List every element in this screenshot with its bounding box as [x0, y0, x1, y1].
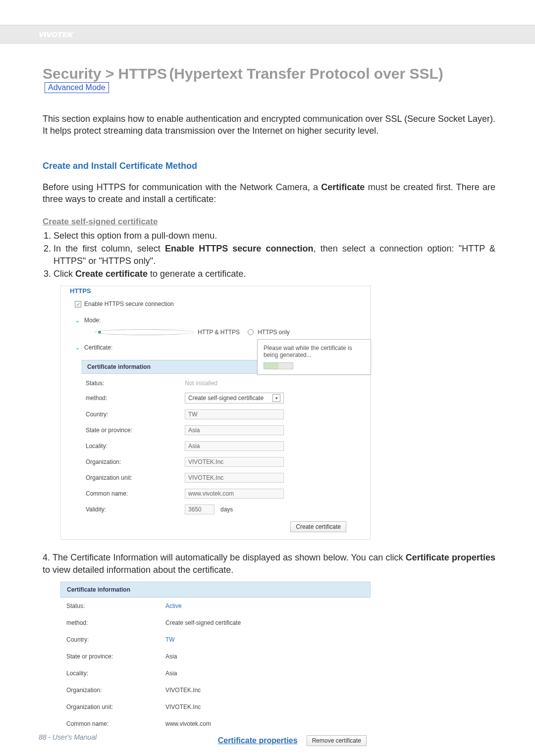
text-bold: Create certificate: [75, 269, 148, 279]
validity-unit: days: [220, 506, 233, 513]
https-panel: HTTPS ✓ Enable HTTPS secure connection ⌄…: [60, 286, 371, 540]
chevron-down-icon[interactable]: ⌄: [75, 316, 80, 324]
popup-text: Please wait while the certificate is bei…: [264, 345, 365, 358]
chevron-down-icon[interactable]: ⌄: [75, 344, 80, 351]
label: Organization unit:: [66, 704, 165, 710]
validity-input[interactable]: 3650: [185, 504, 214, 514]
steps-list: Select this option from a pull-down menu…: [43, 230, 495, 280]
row-status: Status: Not installed: [82, 377, 359, 390]
country-input[interactable]: TW: [185, 409, 284, 419]
label: Validity:: [86, 506, 185, 513]
text: In the first column, select: [54, 244, 165, 253]
advanced-mode-badge: Advanced Mode: [45, 82, 109, 93]
state-value: Asia: [165, 653, 177, 660]
country-value: TW: [165, 636, 175, 643]
page-title-sub: (Hypertext Transfer Protocol over SSL): [169, 65, 443, 82]
page-footer: 88 - User's Manual: [39, 733, 97, 741]
step-1: Select this option from a pull-down menu…: [54, 230, 495, 242]
label: Organization:: [86, 458, 185, 465]
label: method:: [66, 619, 165, 626]
radio-https-only-label: HTTPS only: [258, 329, 290, 336]
row-method: method: Create self-signed certificate: [60, 614, 371, 631]
radio-https-only[interactable]: [248, 329, 254, 335]
text: to generate a certificate.: [148, 269, 246, 279]
row-locality: Locality: Asia: [82, 438, 359, 454]
mode-label: Mode:: [84, 317, 101, 324]
cert-info-header: Certificate information: [60, 582, 371, 598]
brand-logo: VIVOTEK: [39, 30, 73, 39]
method-value: Create self-signed certificate: [165, 619, 241, 626]
top-margin: [0, 0, 535, 25]
state-input[interactable]: Asia: [185, 425, 284, 435]
mode-options: HTTP & HTTPS HTTPS only: [95, 329, 361, 336]
text: to view detailed information about the c…: [43, 565, 233, 575]
label: Locality:: [86, 443, 185, 450]
intro-paragraph: This section explains how to enable auth…: [43, 113, 495, 137]
create-certificate-button[interactable]: Create certificate: [290, 521, 346, 532]
text: Click: [54, 269, 75, 279]
text: Before using HTTPS for communication wit…: [43, 182, 321, 192]
progress-bar: [264, 362, 293, 369]
commonname-input[interactable]: www.vivotek.com: [185, 489, 284, 499]
certificate-properties-link[interactable]: Certificate properties: [218, 736, 298, 745]
label: Common name:: [86, 490, 185, 497]
label: Organization:: [66, 687, 165, 694]
locality-value: Asia: [165, 670, 177, 677]
label: method:: [86, 395, 185, 402]
before-paragraph: Before using HTTPS for communication wit…: [43, 181, 495, 205]
header-band: VIVOTEK: [0, 25, 535, 44]
orgunit-value: VIVOTEK.Inc: [165, 704, 201, 710]
row-orgunit: Organization unit: VIVOTEK.Inc: [82, 470, 359, 486]
method-select-value: Create self-signed certificate: [188, 395, 264, 402]
orgunit-input[interactable]: VIVOTEK.Inc: [185, 473, 284, 483]
organization-value: VIVOTEK.Inc: [165, 687, 201, 694]
remove-certificate-button[interactable]: Remove certificate: [307, 735, 367, 746]
step-2: In the first column, select Enable HTTPS…: [54, 243, 495, 267]
row-locality: Locality: Asia: [60, 665, 371, 682]
row-status: Status: Active: [60, 598, 371, 614]
row-orgunit: Organization unit: VIVOTEK.Inc: [60, 699, 371, 715]
text-bold: Certificate properties: [406, 553, 495, 562]
radio-http-https[interactable]: [95, 329, 194, 335]
certificate-label: Certificate:: [84, 344, 112, 351]
cert-info-display: Status: Active method: Create self-signe…: [60, 598, 371, 732]
row-method: method: Create self-signed certificate ▾: [82, 390, 359, 406]
text-bold: Certificate: [321, 182, 365, 192]
page-title-row: Security > HTTPS (Hypertext Transfer Pro…: [43, 65, 495, 95]
text-bold: Enable HTTPS secure connection: [165, 244, 314, 253]
page-title-main: Security > HTTPS: [43, 65, 167, 82]
organization-input[interactable]: VIVOTEK.Inc: [185, 457, 284, 467]
radio-http-https-label: HTTP & HTTPS: [198, 329, 240, 336]
enable-https-checkbox[interactable]: ✓: [75, 301, 81, 307]
step-4: 4. The Certificate Information will auto…: [43, 552, 495, 576]
row-validity: Validity: 3650 days: [82, 502, 359, 517]
label: Status:: [86, 380, 185, 387]
enable-https-label: Enable HTTPS secure connection: [84, 301, 174, 307]
row-organization: Organization: VIVOTEK.Inc: [82, 454, 359, 470]
section-heading: Create and Install Certificate Method: [43, 161, 495, 171]
chevron-down-icon: ▾: [272, 394, 280, 402]
label: Organization unit:: [86, 474, 185, 481]
label: Country:: [66, 636, 165, 643]
cert-info-form: Status: Not installed method: Create sel…: [82, 377, 359, 517]
text: 4. The Certificate Information will auto…: [43, 553, 406, 562]
method-select[interactable]: Create self-signed certificate ▾: [185, 393, 284, 403]
progress-popup: Please wait while the certificate is bei…: [257, 339, 371, 375]
label: Country:: [86, 411, 185, 418]
label: Common name:: [66, 720, 165, 727]
row-state: State or province: Asia: [82, 422, 359, 438]
locality-input[interactable]: Asia: [185, 441, 284, 451]
row-country: Country: TW: [60, 631, 371, 648]
subheading: Create self-signed certificate: [43, 217, 158, 227]
mode-section: ⌄ Mode:: [75, 316, 361, 324]
row-state: State or province: Asia: [60, 648, 371, 665]
label: Locality:: [66, 670, 165, 677]
status-value: Active: [165, 603, 182, 609]
commonname-value: www.vivotek.com: [165, 720, 211, 727]
step-3: Click Create certificate to generate a c…: [54, 268, 495, 280]
row-organization: Organization: VIVOTEK.Inc: [60, 682, 371, 699]
row-commonname: Common name: www.vivotek.com: [60, 715, 371, 732]
label: State or province:: [86, 427, 185, 434]
label: State or province:: [66, 653, 165, 660]
label: Status:: [66, 603, 165, 609]
